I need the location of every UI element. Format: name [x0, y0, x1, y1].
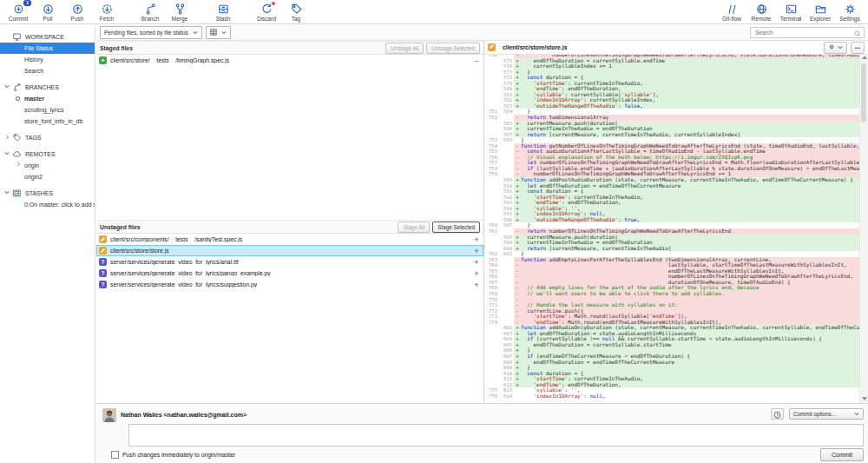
diff-line-body: 'indexIn1DArray': null, [514, 394, 859, 400]
toolbar-button-pull[interactable]: Pull [33, 1, 62, 23]
gear-icon [828, 43, 835, 51]
file-row-arial-ttf[interactable]: ?server/services/generate_video_for_lyri… [96, 256, 483, 268]
commit-options-label: Commit options... [793, 411, 836, 417]
toolbar-button-settings[interactable]: Settings [835, 1, 865, 23]
file-row-store-js[interactable]: client/src/store/store.js+ [96, 245, 483, 256]
sidebar-section-workspace: WORKSPACEFile StatusHistorySearch [0, 30, 95, 76]
sidebar-section-header-branches[interactable]: BRANCHES [0, 81, 95, 93]
chevron-down-icon [221, 30, 227, 36]
stage-file-button[interactable]: + [472, 269, 481, 278]
sidebar-item-history[interactable]: History [0, 54, 95, 65]
unstage-selected-button[interactable]: Unstage Selected [426, 43, 480, 54]
sidebar-item-0-on-master-click-to-add-syl[interactable]: 0:On master: click to add syl [0, 199, 95, 210]
untracked-file-icon: ? [99, 258, 107, 266]
sidebar-item-search[interactable]: Search [0, 65, 95, 76]
chevron-down-icon [3, 151, 10, 156]
pending-files-dropdown[interactable]: Pending files, sorted by file status [100, 26, 202, 39]
stage-selected-button[interactable]: Stage Selected [432, 222, 480, 233]
commit-icon: 1 [12, 3, 25, 16]
branches-icon [10, 83, 23, 92]
merge-icon [174, 3, 187, 16]
sidebar-item-scrolling-lyrics[interactable]: scrolling_lyrics [0, 104, 95, 116]
staged-files-title: Staged files [100, 45, 383, 51]
search-box [750, 27, 865, 38]
search-icon [854, 25, 861, 41]
sidebar-item-file-status[interactable]: File Status [0, 43, 95, 54]
toolbar-button-remote[interactable]: Remote [746, 1, 776, 23]
sidebar-item-label: origin [24, 162, 39, 169]
sidebar-section-header-tags[interactable]: TAGS [0, 131, 95, 143]
diff-file-title: client/src/store/store.js [503, 44, 820, 50]
sidebar-item-label: History [24, 56, 43, 63]
commit-message-input[interactable] [128, 424, 864, 446]
commit-history-button[interactable] [771, 408, 784, 420]
toolbar-button-label: Fetch [100, 16, 114, 22]
toolbar-button-push[interactable]: Push [62, 1, 92, 23]
terminal-icon [785, 3, 798, 16]
scroll-down-arrow[interactable] [860, 396, 868, 403]
avatar [102, 408, 116, 422]
sidebar-item-master[interactable]: master [0, 93, 95, 104]
sidebar-item-store-font-info-in-db[interactable]: store_font_info_in_db [0, 116, 95, 127]
sidebar-section-header-remotes[interactable]: REMOTES [0, 148, 95, 160]
file-row-suggestion-py[interactable]: ?server/services/generate_video_for_lyri… [96, 279, 483, 290]
push-icon [71, 3, 84, 16]
toolbar-button-git-flow[interactable]: Git-flow [717, 1, 746, 23]
unstage-all-button[interactable]: Unstage All [385, 43, 424, 54]
sidebar-section-remotes: REMOTESoriginorigin2 [0, 148, 95, 182]
toolbar-button-merge[interactable]: Merge [165, 1, 194, 23]
sidebar-section-label: WORKSPACE [25, 34, 64, 40]
toolbar-button-label: Git-flow [722, 16, 741, 22]
commit-options-dropdown[interactable]: Commit options... [789, 408, 864, 420]
toolbar-button-fetch[interactable]: Fetch [92, 1, 122, 23]
scrollbar-thumb[interactable] [861, 63, 866, 122]
tags-icon [10, 133, 23, 142]
toolbar-button-label: Commit [9, 16, 28, 22]
clock-icon [773, 407, 781, 422]
grid-icon [210, 29, 217, 36]
diff-more-button[interactable]: ••• [851, 42, 865, 54]
toolbar-button-commit[interactable]: 1Commit [3, 1, 33, 23]
commit-button[interactable]: Commit [820, 448, 864, 461]
unstaged-files-title: Unstaged files [100, 224, 395, 230]
toolbar-button-branch[interactable]: Branch [135, 1, 165, 23]
scroll-up-arrow[interactable] [860, 55, 868, 62]
remotes-icon [10, 149, 23, 159]
sidebar-item-origin[interactable]: origin [0, 160, 95, 171]
toolbar-button-terminal[interactable]: Terminal [776, 1, 806, 23]
stage-all-button[interactable]: Stage All [398, 222, 430, 233]
toolbar-button-label: Tag [292, 16, 300, 22]
push-immediately-checkbox[interactable] [111, 451, 119, 459]
stage-file-button[interactable]: + [472, 258, 481, 267]
stage-file-button[interactable]: + [472, 247, 481, 255]
view-options-dropdown[interactable] [206, 26, 231, 39]
search-input[interactable] [753, 29, 854, 36]
sidebar-section-label: REMOTES [25, 151, 56, 157]
commit-count-badge: 1 [23, 0, 30, 6]
pending-files-dropdown-label: Pending files, sorted by file status [104, 30, 188, 36]
toolbar-button-tag[interactable]: Tag [281, 1, 311, 23]
sidebar-item-origin2[interactable]: origin2 [0, 171, 95, 182]
unstage-file-button[interactable]: − [472, 56, 481, 65]
stage-file-button[interactable]: + [472, 281, 481, 289]
file-row-sanitytest-spec-js[interactable]: client/src/components/__tests__/sanityTe… [96, 234, 483, 245]
file-row-pango-example-py[interactable]: ?server/services/generate_video_for_lyri… [96, 268, 483, 279]
sidebar-section-label: TAGS [25, 135, 42, 141]
diff-line-code: 'indexIn1DArray': null, [521, 394, 859, 400]
stage-file-button[interactable]: + [472, 235, 481, 244]
unstaged-buttons: Stage AllStage Selected [395, 222, 480, 233]
diff-main: 750- numberOfLinesOnTheTimingGraphWeNeed… [484, 55, 868, 403]
diff-vertical-scrollbar[interactable] [859, 55, 868, 403]
toolbar-button-discard[interactable]: Discard [252, 1, 281, 23]
diff-options-button[interactable] [824, 42, 847, 54]
sidebar-item-label: File Status [24, 45, 53, 51]
chevron-down-icon [838, 45, 843, 50]
toolbar-button-label: Branch [141, 16, 160, 22]
sidebar-item-label: store_font_info_in_db [24, 118, 82, 124]
toolbar-button-stash[interactable]: Stash [208, 1, 238, 23]
toolbar-button-explorer[interactable]: Explorer [806, 1, 835, 23]
sidebar-section-header-workspace[interactable]: WORKSPACE [0, 30, 95, 43]
sidebar-section-header-stashes[interactable]: STASHES [0, 187, 95, 199]
push-immediately-label: Push changes immediately to origin/maste… [122, 452, 235, 458]
file-row-timinggraph-spec-js[interactable]: +client/src/store/__tests__/timingGraph.… [96, 55, 483, 66]
